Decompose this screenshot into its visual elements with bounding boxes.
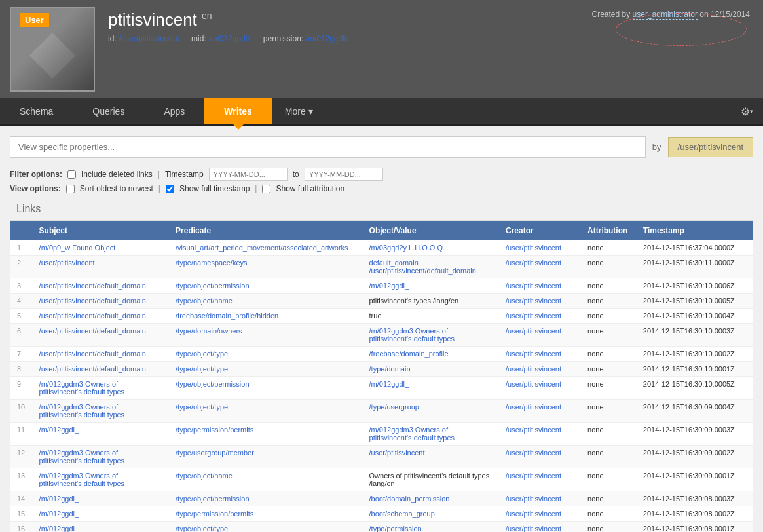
predicate-link[interactable]: /type/object/name	[176, 297, 233, 305]
predicate-link[interactable]: /type/object/permission	[176, 495, 250, 503]
nav-apps[interactable]: Apps	[144, 98, 204, 124]
creator-link[interactable]: /user/ptitisvincent	[506, 350, 561, 358]
subject-link[interactable]: /m/012ggdm3 Owners of ptitisvincent's de…	[39, 449, 125, 465]
show-timestamp-checkbox[interactable]	[166, 185, 174, 193]
subject-link[interactable]: /m/012ggdm3 Owners of ptitisvincent's de…	[39, 403, 125, 419]
links-table-container: Subject Predicate Object/Value Creator A…	[10, 220, 753, 532]
predicate-link[interactable]: /type/object/permission	[176, 282, 250, 290]
creator-link[interactable]: /user/ptitisvincent	[506, 327, 561, 335]
cell-link[interactable]: /m/012ggdl_	[369, 282, 409, 290]
predicate-link[interactable]: /type/permission/permits	[176, 426, 253, 434]
id-link[interactable]: /user/ptitisvincent	[119, 34, 179, 43]
subject-link[interactable]: /user/ptitisvincent/default_domain	[39, 327, 146, 335]
show-attribution-checkbox[interactable]	[262, 185, 270, 193]
cell-link[interactable]: /type/domain	[369, 365, 411, 373]
timestamp-cell: 2014-12-15T16:30:09.0004Z	[637, 400, 753, 423]
creator-link[interactable]: /user/ptitisvincent	[506, 495, 561, 503]
creator-cell: /user/ptitisvincent	[499, 468, 581, 491]
timestamp-to-input[interactable]	[305, 168, 383, 181]
creator-link[interactable]: user_administrator	[633, 10, 698, 20]
cell-link[interactable]: /user/ptitisvincent	[369, 449, 425, 457]
cell-link[interactable]: /m/012ggdl_	[369, 380, 409, 388]
mid-link[interactable]: /m/012ggdlk	[208, 34, 251, 43]
subject-link[interactable]: /m/0p9_w Found Object	[39, 244, 116, 252]
attribution-cell: none	[581, 522, 637, 533]
subject-link[interactable]: /user/ptitisvincent/default_domain	[39, 312, 146, 320]
predicate-cell: /type/object/type	[169, 400, 363, 423]
subject-link[interactable]: /m/012ggdm3 Owners of ptitisvincent's de…	[39, 472, 125, 487]
predicate-link[interactable]: /type/namespace/keys	[176, 259, 247, 267]
timestamp-from-input[interactable]	[209, 168, 288, 181]
predicate-link[interactable]: /type/object/type	[176, 403, 228, 411]
predicate-cell: /type/object/name	[169, 294, 363, 309]
permission-link[interactable]: /m/012ggdlb	[306, 34, 349, 43]
cell-link[interactable]: default_domain /user/ptitisvincent/defau…	[369, 259, 476, 275]
nav-queries[interactable]: Queries	[73, 98, 144, 124]
cell-link[interactable]: /boot/domain_permission	[369, 495, 450, 503]
nav-schema[interactable]: Schema	[0, 98, 73, 124]
creator-link[interactable]: /user/ptitisvincent	[506, 510, 561, 518]
predicate-link[interactable]: /type/usergroup/member	[176, 449, 254, 457]
predicate-link[interactable]: /type/domain/owners	[176, 327, 242, 335]
creator-cell: /user/ptitisvincent	[499, 491, 581, 506]
nav-gear[interactable]: ⚙ ▾	[731, 98, 763, 124]
nav-more[interactable]: More ▾	[272, 98, 326, 124]
cell-link[interactable]: /type/permission	[369, 525, 422, 532]
cell-link[interactable]: /m/012ggdm3 Owners of ptitisvincent's de…	[369, 327, 455, 343]
creator-link[interactable]: /user/ptitisvincent	[506, 403, 561, 411]
cell-link[interactable]: /type/usergroup	[369, 403, 419, 411]
row-number: 11	[10, 423, 33, 446]
subject-link[interactable]: /m/012ggdl_	[39, 525, 79, 532]
predicate-link[interactable]: /type/object/type	[176, 350, 228, 358]
nav-writes[interactable]: Writes	[204, 98, 272, 124]
cell-link[interactable]: /m/012ggdm3 Owners of ptitisvincent's de…	[369, 426, 455, 442]
timestamp-cell: 2014-12-15T16:37:04.0000Z	[637, 240, 753, 256]
creator-link[interactable]: /user/ptitisvincent	[506, 365, 561, 373]
creator-link[interactable]: /user/ptitisvincent	[506, 244, 561, 252]
creator-cell: /user/ptitisvincent	[499, 362, 581, 377]
predicate-link[interactable]: /freebase/domain_profile/hidden	[176, 312, 278, 320]
subject-link[interactable]: /user/ptitisvincent/default_domain	[39, 365, 146, 373]
creator-link[interactable]: /user/ptitisvincent	[506, 525, 561, 532]
predicate-link[interactable]: /type/permission/permits	[176, 510, 253, 518]
timestamp-cell: 2014-12-15T16:30:08.0002Z	[637, 506, 753, 522]
subject-link[interactable]: /user/ptitisvincent/default_domain	[39, 282, 146, 290]
subject-link[interactable]: /m/012ggdm3 Owners of ptitisvincent's de…	[39, 380, 125, 396]
subject-link[interactable]: /m/012ggdl_	[39, 510, 79, 518]
predicate-link[interactable]: /type/object/name	[176, 472, 233, 480]
subject-link[interactable]: /user/ptitisvincent/default_domain	[39, 297, 146, 305]
predicate-link[interactable]: /visual_art/art_period_movement/associat…	[176, 244, 348, 252]
subject-link[interactable]: /m/012ggdl_	[39, 495, 79, 503]
predicate-cell: /type/object/permission	[169, 278, 363, 294]
predicate-link[interactable]: /type/object/type	[176, 525, 228, 532]
timestamp-cell: 2014-12-15T16:30:10.0001Z	[637, 362, 753, 377]
include-deleted-checkbox[interactable]	[67, 170, 76, 179]
creator-link[interactable]: /user/ptitisvincent	[506, 259, 561, 267]
subject-link[interactable]: /user/ptitisvincent/default_domain	[39, 350, 146, 358]
subject-cell: /user/ptitisvincent/default_domain	[33, 362, 169, 377]
cell-link[interactable]: /m/03gqd2y L.H.O.O.Q.	[369, 244, 445, 252]
creator-link[interactable]: /user/ptitisvincent	[506, 282, 561, 290]
timestamp-label: Timestamp	[165, 170, 204, 179]
table-row: 16 /m/012ggdl_ /type/object/type /type/p…	[10, 522, 753, 533]
filter-options-row: Filter options: Include deleted links | …	[10, 168, 753, 181]
object-cell: true	[363, 309, 499, 324]
cell-link[interactable]: /freebase/domain_profile	[369, 350, 449, 358]
subject-link[interactable]: /m/012ggdl_	[39, 426, 79, 434]
timestamp-cell: 2014-12-15T16:30:10.0005Z	[637, 377, 753, 400]
cell-link[interactable]: /boot/schema_group	[369, 510, 435, 518]
creator-link[interactable]: /user/ptitisvincent	[506, 297, 561, 305]
creator-link[interactable]: /user/ptitisvincent	[506, 472, 561, 480]
creator-link[interactable]: /user/ptitisvincent	[506, 449, 561, 457]
subject-link[interactable]: /user/ptitisvincent	[39, 259, 95, 267]
sort-oldest-checkbox[interactable]	[66, 185, 75, 193]
search-input[interactable]	[10, 136, 646, 158]
creator-link[interactable]: /user/ptitisvincent	[506, 380, 561, 388]
header-meta: id: /user/ptitisvincent mid: /m/012ggdlk…	[108, 34, 359, 43]
creator-link[interactable]: /user/ptitisvincent	[506, 312, 561, 320]
creator-cell: /user/ptitisvincent	[499, 423, 581, 446]
predicate-link[interactable]: /type/object/permission	[176, 380, 250, 388]
creator-link[interactable]: /user/ptitisvincent	[506, 426, 561, 434]
object-cell: /boot/domain_permission	[363, 491, 499, 506]
predicate-link[interactable]: /type/object/type	[176, 365, 228, 373]
